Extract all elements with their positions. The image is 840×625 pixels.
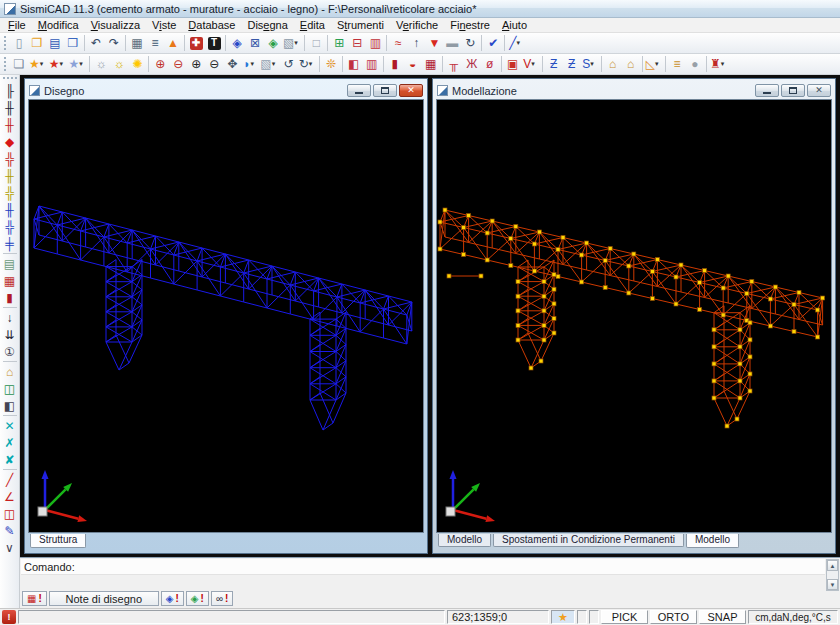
telaio-button[interactable]: ╥ [445, 55, 463, 73]
minimize-button[interactable] [347, 84, 371, 97]
squadra-button[interactable]: ◺▾ [645, 55, 663, 73]
view-plan-button[interactable]: ⊠ [246, 34, 264, 52]
menu-verifiche[interactable]: Verifiche [390, 19, 444, 31]
sezione-z1-button[interactable]: Ƶ [545, 55, 563, 73]
pannello-button[interactable]: ◫ [1, 380, 19, 397]
disegno-canvas[interactable] [28, 99, 424, 533]
dropdown-caret-icon[interactable]: ▾ [516, 39, 523, 47]
tab-modello[interactable]: Modello [438, 534, 491, 547]
status-alert-icon[interactable]: ! [2, 610, 16, 624]
solaio-button[interactable]: ▣ [504, 55, 522, 73]
filter-star-red-button[interactable]: ★▾ [48, 55, 68, 73]
maximize-button[interactable] [781, 84, 805, 97]
close-button[interactable]: ✕ [399, 84, 423, 97]
capriata-laterale-button[interactable]: ⌂ [1, 363, 19, 380]
verify-check-button[interactable]: ✔ [484, 34, 502, 52]
penna-button[interactable]: ✎ [1, 522, 19, 539]
pannello-1-button[interactable]: ◧ [1, 397, 19, 414]
save-file-button[interactable]: ▤ [46, 34, 64, 52]
orbit-vertical-button[interactable]: ↻▾ [298, 55, 317, 73]
drawing-notes-alert-button[interactable]: ▦! [22, 591, 47, 606]
dropdown-caret-icon[interactable]: ▾ [60, 60, 67, 68]
zoom-window-button[interactable]: ⊕ [151, 55, 169, 73]
asta-blu-3-button[interactable]: ╪ [1, 235, 19, 252]
asta-gialla-2-button[interactable]: ╬ [1, 184, 19, 201]
snap-toggle[interactable]: SNAP [699, 610, 746, 624]
tab-spostamenti-in-condizione-permanenti[interactable]: Spostamenti in Condizione Permanenti [493, 534, 684, 547]
graticcio-button[interactable]: ▦ [1, 272, 19, 289]
menu-database[interactable]: Database [182, 19, 241, 31]
menu-viste[interactable]: Viste [146, 19, 182, 31]
sezione-z2-button[interactable]: Ƶ [563, 55, 581, 73]
scroll-up-icon[interactable]: ▲ [827, 560, 838, 571]
tab-struttura[interactable]: Struttura [30, 534, 86, 548]
view-axonometric-button[interactable]: ◈ [228, 34, 246, 52]
bulb-button[interactable]: ✺ [128, 55, 146, 73]
zoom-in-button[interactable]: ⊕ [187, 55, 205, 73]
loads-column-button[interactable]: ▲ [164, 34, 182, 52]
palo-button[interactable]: ▦ [422, 55, 440, 73]
pilastro-verticale-button[interactable]: ▮ [1, 289, 19, 306]
window-column-button[interactable]: ▥ [366, 34, 384, 52]
asta-nodo-2-button[interactable]: ╫ [1, 99, 19, 116]
maximize-button[interactable] [373, 84, 397, 97]
scroll-down-icon[interactable]: ▼ [827, 579, 838, 590]
tab-modello[interactable]: Modello [686, 534, 739, 548]
menu-strumenti[interactable]: Strumenti [331, 19, 390, 31]
carico-singolo-button[interactable]: ↓ [1, 309, 19, 326]
save-all-button[interactable]: ❒ [64, 34, 82, 52]
carichi-multipli-button[interactable]: ⇊ [1, 326, 19, 343]
orto-toggle[interactable]: ORTO [650, 610, 697, 624]
pan-button[interactable]: ✥ [223, 55, 241, 73]
profilo-s-button[interactable]: S▾ [581, 55, 599, 73]
modellazione-canvas[interactable] [436, 99, 832, 533]
polilinea-rossa-button[interactable]: ∠ [1, 488, 19, 505]
minimize-button[interactable] [755, 84, 779, 97]
open-file-button[interactable]: ❐ [28, 34, 46, 52]
orbit-horizontal-button[interactable]: ↺ [280, 55, 298, 73]
menu-modifica[interactable]: Modifica [32, 19, 85, 31]
view-3d-box-button[interactable]: ▧▾ [282, 34, 302, 52]
diagram-curve-button[interactable]: ≈ [389, 34, 407, 52]
asta-blu-1-button[interactable]: ╫ [1, 201, 19, 218]
dropdown-caret-icon[interactable]: ▾ [655, 60, 662, 68]
capriata-1-button[interactable]: ⌂ [604, 55, 622, 73]
sezione-x-button[interactable]: Ж [463, 55, 481, 73]
altri-comandi-button[interactable]: ∨ [1, 539, 19, 556]
undo-button[interactable]: ↶ [87, 34, 105, 52]
asta-blu-2-button[interactable]: ╬ [1, 218, 19, 235]
model-view-alert-button[interactable]: ◈! [161, 591, 184, 606]
menu-visualizza[interactable]: Visualizza [85, 19, 146, 31]
menu-finestre[interactable]: Finestre [444, 19, 496, 31]
rotate-entity-button[interactable]: ↻ [461, 34, 479, 52]
menu-file[interactable]: File [2, 19, 32, 31]
lamp-on-button[interactable]: ☼ [110, 55, 128, 73]
area-carico-1-button[interactable]: ① [1, 343, 19, 360]
status-star-icon[interactable]: ★ [551, 610, 575, 624]
dropdown-caret-icon[interactable]: ▾ [79, 60, 86, 68]
find-zoom-button[interactable]: ❊ [322, 55, 340, 73]
window-plan-button[interactable]: ⊞ [330, 34, 348, 52]
raise-entity-button[interactable]: ↑ [407, 34, 425, 52]
redo-button[interactable]: ↷ [105, 34, 123, 52]
capriata-2-button[interactable]: ⌂ [622, 55, 640, 73]
view-disc-button[interactable]: ◗▾ [241, 55, 259, 73]
pilastro-button[interactable]: ▮ [386, 55, 404, 73]
linea-rossa-button[interactable]: ╱ [1, 471, 19, 488]
solaio-3d-button[interactable]: ▤ [1, 255, 19, 272]
search-alert-button[interactable]: ∞! [211, 591, 233, 606]
pick-toggle[interactable]: PICK [601, 610, 648, 624]
menu-aiuto[interactable]: Aiuto [496, 19, 533, 31]
verifica-button[interactable]: V▾ [522, 55, 540, 73]
new-view-button[interactable]: □ [307, 34, 325, 52]
dropdown-caret-icon[interactable]: ▾ [272, 60, 279, 68]
view-direction-button[interactable]: ◈ [264, 34, 282, 52]
asta-rossa-button[interactable]: ╬ [1, 150, 19, 167]
menu-disegna[interactable]: Disegna [241, 19, 293, 31]
drawing-notes-tab[interactable]: Note di disegno [49, 591, 159, 606]
menu-edita[interactable]: Edita [294, 19, 331, 31]
plinto-button[interactable]: ◒ [404, 55, 422, 73]
zoom-previous-button[interactable]: ⊖ [169, 55, 187, 73]
fill-red-button[interactable]: ▼ [425, 34, 443, 52]
filter-star-blue-button[interactable]: ★▾ [68, 55, 88, 73]
